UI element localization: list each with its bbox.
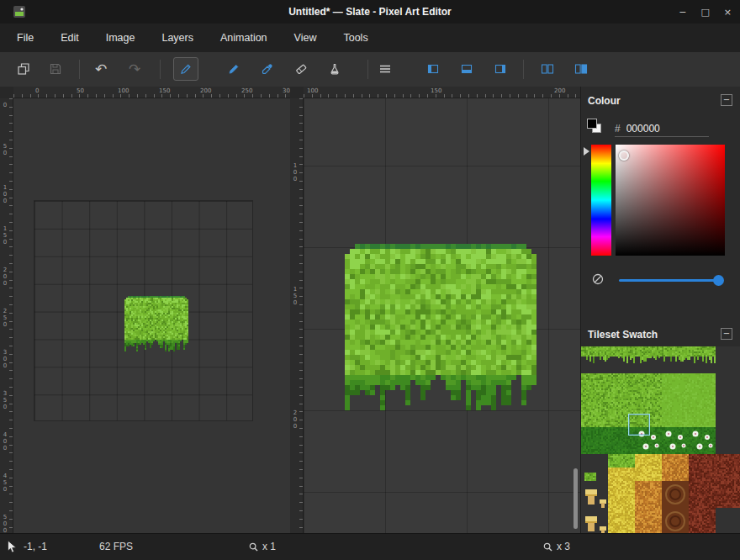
eyedropper-tool-icon [261, 62, 274, 76]
toolbar-separator [160, 60, 161, 79]
zoom-indicator-first-pane: x 1 [249, 534, 276, 559]
sidebar: Colour − # Tileset Swatch − [580, 87, 740, 533]
swatch-dock-bottom-button[interactable] [456, 58, 478, 80]
minimize-icon[interactable]: − [679, 7, 686, 18]
save-button[interactable] [45, 58, 66, 80]
split-view-right-button[interactable] [570, 58, 592, 80]
pen-tool-icon [179, 62, 193, 76]
toolbar-separator [523, 60, 524, 79]
fill-tool-button[interactable] [324, 58, 346, 80]
pencil-tool-icon [227, 62, 240, 76]
swatch-dock-left-button[interactable] [422, 58, 444, 80]
toolbar-separator [79, 60, 80, 79]
canvas-pane-first[interactable] [13, 98, 290, 533]
grass-artwork-small[interactable] [124, 296, 188, 351]
ruler-label: 100 [118, 88, 129, 94]
ruler-label: 250 [241, 88, 252, 94]
swatch-dock-right-button[interactable] [489, 58, 511, 80]
menu-item-image[interactable]: Image [92, 24, 149, 52]
saturation-lightness-marker[interactable] [619, 151, 629, 161]
hamburger-icon [378, 62, 392, 76]
ruler-corner [0, 87, 13, 98]
ruler-label: 100 [292, 162, 298, 182]
undo-button[interactable]: ↶ [90, 58, 112, 80]
hex-colour-row: # [615, 121, 709, 137]
canvas-pane-second[interactable] [304, 98, 580, 533]
duplicate-canvas-icon [17, 62, 30, 76]
menu-item-edit[interactable]: Edit [47, 24, 92, 52]
dock-bottom-icon [460, 62, 473, 76]
dock-right-icon [494, 62, 507, 76]
foreground-colour-swatch[interactable] [587, 119, 597, 129]
toolbar: ↶ ↷ [0, 52, 740, 87]
eraser-tool-icon [294, 62, 308, 76]
status-bar: -1, -1 62 FPS x 1 x 3 [0, 533, 740, 560]
hex-colour-input[interactable] [626, 123, 694, 135]
menu-item-file[interactable]: File [3, 24, 47, 52]
undo-icon: ↶ [95, 62, 107, 77]
menu-item-view[interactable]: View [281, 24, 330, 52]
redo-button[interactable]: ↷ [124, 58, 145, 80]
ruler-label: 0 [35, 88, 39, 94]
opacity-icon [591, 272, 605, 286]
ruler-label: 200 [2, 267, 8, 287]
saturation-lightness-picker[interactable] [616, 145, 725, 256]
redo-icon: ↷ [129, 62, 140, 77]
vertical-scrollbar[interactable] [574, 468, 578, 529]
ruler-label: 200 [554, 88, 565, 94]
magnifier-icon [543, 542, 552, 552]
ruler-label: 250 [2, 308, 8, 328]
colour-collapse-button[interactable]: − [721, 94, 732, 106]
hue-marker-icon[interactable] [584, 147, 589, 156]
ruler-horizontal-right: 100150200 [304, 87, 580, 98]
ruler-label: 50 [2, 143, 8, 156]
pencil-tool-button[interactable] [223, 58, 245, 80]
colour-swatch[interactable] [587, 119, 602, 134]
ruler-corner [290, 87, 304, 98]
zoom-indicator-second-pane: x 3 [543, 534, 570, 559]
ruler-label: 50 [77, 88, 84, 94]
magnifier-icon [249, 542, 258, 552]
tileset-selection-box[interactable] [628, 414, 650, 436]
maximize-icon[interactable]: □ [700, 7, 709, 18]
ruler-vertical-right: 100150200250 [290, 98, 304, 533]
ruler-label: 300 [283, 88, 290, 94]
fill-tool-icon [328, 62, 341, 76]
new-canvas-button[interactable] [13, 58, 34, 80]
colour-panel-title: Colour [588, 95, 621, 107]
alpha-slider-track[interactable] [619, 279, 720, 282]
toolbar-separator [367, 60, 368, 79]
split-view-right-icon [574, 62, 588, 76]
ruler-label: 500 [2, 514, 8, 533]
eraser-tool-button[interactable] [290, 58, 312, 80]
window-controls: − □ × [679, 0, 732, 24]
save-icon [49, 62, 62, 76]
tileset-swatch-image[interactable] [581, 346, 740, 533]
split-view-button[interactable] [536, 58, 558, 80]
tileset-panel-title: Tileset Swatch [588, 329, 658, 341]
ruler-label: 200 [200, 88, 211, 94]
grass-artwork-zoomed[interactable] [345, 244, 536, 410]
ruler-label: 300 [2, 349, 8, 369]
alpha-slider-handle[interactable] [713, 275, 724, 286]
app-window: Untitled* — Slate - Pixel Art Editor − □… [0, 0, 740, 560]
zoom-level-second: x 3 [557, 534, 570, 559]
ruler-label: 150 [292, 286, 298, 306]
zoom-level-first: x 1 [262, 534, 276, 559]
ruler-vertical-left: 050100150200250300350400450500 [0, 98, 13, 533]
tileset-collapse-button[interactable]: − [721, 328, 732, 340]
ruler-label: 100 [2, 184, 8, 204]
ruler-label: 150 [431, 88, 441, 94]
menu-item-tools[interactable]: Tools [330, 24, 381, 52]
menu-item-animation[interactable]: Animation [207, 24, 281, 52]
ruler-label: 450 [2, 473, 8, 493]
ruler-label: 200 [292, 409, 298, 430]
eyedropper-tool-button[interactable] [256, 58, 278, 80]
main-area: 050100150200250300 100150200 05010015020… [0, 87, 740, 533]
close-icon[interactable]: × [724, 7, 732, 18]
pen-tool-button[interactable] [173, 57, 198, 81]
menu-button[interactable] [374, 58, 396, 80]
dock-left-icon [426, 62, 440, 76]
hue-slider[interactable] [591, 145, 611, 256]
menu-item-layers[interactable]: Layers [148, 24, 207, 52]
